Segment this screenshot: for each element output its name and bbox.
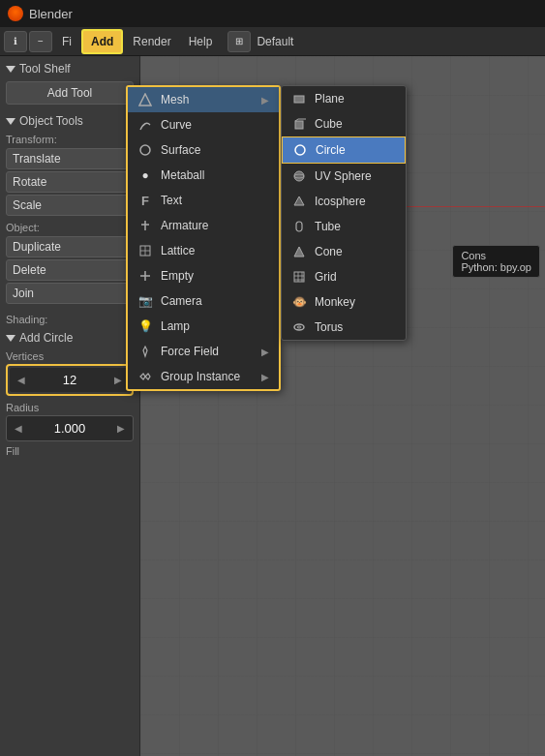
rotate-button[interactable]: Rotate [6,171,134,193]
lattice-menu-item[interactable]: Lattice [128,238,279,263]
circle-item[interactable]: Circle [282,136,406,164]
text-label: Text [161,194,182,207]
object-label: Object: [6,222,134,233]
sidebar: Tool Shelf Add Tool Object Tools Transfo… [0,56,140,756]
add-dropdown[interactable]: Mesh ▶ Curve Surface ● Metaball F [126,85,281,391]
layout-grid-icon[interactable]: ⊞ [227,31,251,52]
main-area: Tool Shelf Add Tool Object Tools Transfo… [0,56,545,756]
armature-label: Armature [161,219,208,232]
cube-item[interactable]: Cube [282,111,406,136]
metaball-icon: ● [137,167,153,183]
camera-menu-item[interactable]: 📷 Camera [128,288,279,314]
curve-menu-item[interactable]: Curve [128,112,279,137]
metaball-menu-item[interactable]: ● Metaball [128,163,279,188]
lamp-label: Lamp [161,319,190,333]
join-button[interactable]: Join [6,283,134,304]
group-instance-icon [137,369,153,384]
text-icon: F [137,193,153,208]
svg-rect-17 [294,272,304,282]
minus-button[interactable]: − [29,31,52,52]
tool-shelf-collapse-icon[interactable] [6,66,15,73]
cube-icon [291,116,307,132]
svg-point-13 [294,174,304,178]
lamp-icon: 💡 [137,318,153,334]
help-menu[interactable]: Help [181,31,221,52]
icosphere-label: Icosphere [315,195,366,208]
svg-rect-9 [294,96,304,103]
icosphere-item[interactable]: Icosphere [282,189,406,214]
delete-button[interactable]: Delete [6,259,134,281]
cube-label: Cube [315,117,343,131]
monkey-label: Monkey [315,295,355,309]
monkey-item[interactable]: 🐵 Monkey [282,289,406,315]
object-tools-header: Object Tools [6,114,134,128]
cone-label: Cone [315,245,343,258]
fill-label: Fill [6,445,134,457]
torus-label: Torus [315,320,343,334]
vertices-input-wrapper: ◀ 12 ▶ [6,364,134,396]
mesh-submenu[interactable]: Plane Cube Circle UV Sphere [281,85,407,341]
svg-point-23 [297,326,301,328]
blender-icon [8,6,23,21]
curve-icon [137,117,153,133]
transform-label: Transform: [6,134,134,145]
mesh-arrow-icon: ▶ [261,95,269,106]
circle-label: Circle [316,143,346,157]
vertices-decrement-icon[interactable]: ◀ [17,375,25,385]
vertices-label: Vertices [6,350,134,362]
vertices-input[interactable]: ◀ 12 ▶ [10,368,130,392]
scale-button[interactable]: Scale [6,195,134,216]
group-instance-menu-item[interactable]: Group Instance ▶ [128,364,279,389]
tube-item[interactable]: Tube [282,214,406,239]
svg-marker-14 [294,197,304,205]
radius-decrement-icon[interactable]: ◀ [15,423,22,434]
group-instance-arrow-icon: ▶ [261,372,269,382]
vertices-increment-icon[interactable]: ▶ [114,375,122,385]
tube-icon [291,219,307,234]
duplicate-button[interactable]: Duplicate [6,236,134,257]
force-field-label: Force Field [161,345,219,358]
add-tool-button[interactable]: Add Tool [6,81,134,105]
metaball-label: Metaball [161,168,204,182]
info-button[interactable]: ℹ [4,31,27,52]
lattice-label: Lattice [161,244,195,257]
svg-point-11 [295,145,305,155]
grid-label: Grid [315,270,337,284]
mesh-menu-item[interactable]: Mesh ▶ [128,87,279,112]
uv-sphere-item[interactable]: UV Sphere [282,164,406,189]
empty-icon [137,268,153,284]
radius-input[interactable]: ◀ 1.000 ▶ [6,415,134,441]
plane-item[interactable]: Plane [282,86,406,111]
workspace-label: Default [257,35,293,48]
svg-rect-15 [296,222,302,231]
app-title: Blender [29,7,73,21]
text-menu-item[interactable]: F Text [128,188,279,213]
title-bar: Blender [0,0,545,27]
add-menu[interactable]: Add [81,29,123,54]
object-tools-collapse-icon[interactable] [6,118,15,125]
svg-point-1 [140,145,150,155]
plane-icon [291,91,307,106]
tool-shelf-label: Tool Shelf [19,62,71,76]
surface-menu-item[interactable]: Surface [128,137,279,163]
lamp-menu-item[interactable]: 💡 Lamp [128,314,279,339]
add-circle-collapse-icon[interactable] [6,335,15,342]
lattice-icon [137,243,153,258]
torus-item[interactable]: Torus [282,315,406,340]
armature-menu-item[interactable]: Armature [128,213,279,238]
render-menu[interactable]: Render [125,31,178,52]
add-circle-label: Add Circle [19,331,73,345]
force-field-menu-item[interactable]: Force Field ▶ [128,339,279,364]
shading-label: Shading: [6,314,134,325]
cone-item[interactable]: Cone [282,239,406,264]
file-menu[interactable]: Fi [54,31,79,52]
torus-icon [291,319,307,335]
radius-increment-icon[interactable]: ▶ [117,423,125,434]
empty-menu-item[interactable]: Empty [128,263,279,288]
svg-marker-0 [139,94,151,106]
cone-icon [291,244,307,259]
icosphere-icon [291,194,307,209]
translate-button[interactable]: Translate [6,148,134,169]
grid-item[interactable]: Grid [282,264,406,289]
menu-bar: ℹ − Fi Add Render Help ⊞ Default [0,27,545,56]
